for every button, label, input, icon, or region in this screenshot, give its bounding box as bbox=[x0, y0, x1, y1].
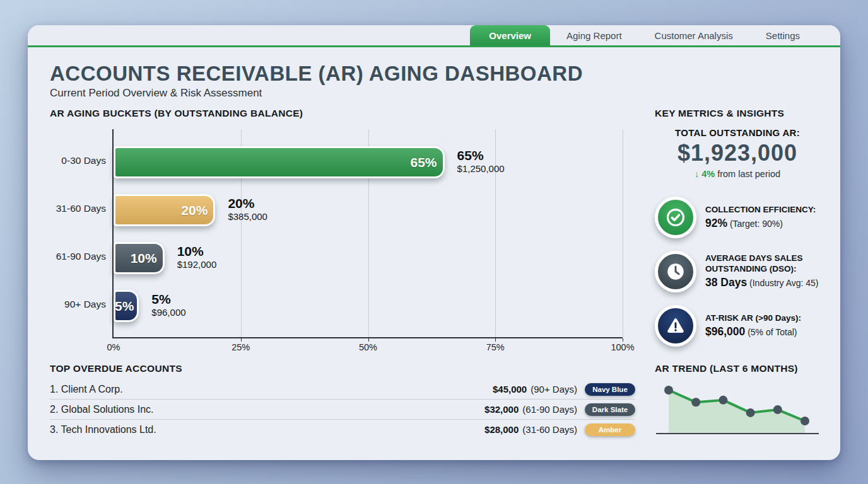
tab-customer-analysis[interactable]: Customer Analysis bbox=[638, 25, 749, 45]
overdue-table: 1. Client A Corp. $45,000 (90+ Days) Nav… bbox=[50, 379, 635, 439]
metric-note: (5% of Total) bbox=[748, 327, 797, 337]
overdue-row: 2. Global Solutions Inc. $32,000 (61-90 … bbox=[50, 400, 635, 420]
tab-settings[interactable]: Settings bbox=[749, 25, 816, 45]
trend-chart bbox=[656, 380, 820, 446]
bar-inner-pct-label: 65% bbox=[411, 155, 443, 170]
dashboard-card: Overview Aging Report Customer Analysis … bbox=[28, 25, 840, 460]
metric-note: (Target: 90%) bbox=[730, 219, 783, 229]
tick-100 bbox=[623, 338, 623, 342]
tab-bar: Overview Aging Report Customer Analysis … bbox=[28, 25, 840, 47]
aging-bar-chart: 0-30 Days 65% 65% $1,250,000 31-60 Days … bbox=[112, 129, 623, 338]
bar-category-label: 0-30 Days bbox=[28, 155, 106, 166]
down-arrow-icon: ↓ bbox=[695, 169, 699, 179]
bar-callout: 5% $96,000 bbox=[151, 292, 185, 318]
tick-75 bbox=[495, 338, 496, 342]
overdue-row: 1. Client A Corp. $45,000 (90+ Days) Nav… bbox=[50, 379, 635, 400]
account-amount: $28,000 bbox=[484, 424, 519, 435]
bar-inner-pct-label: 20% bbox=[181, 203, 213, 218]
metric-label: AVERAGE DAYS SALES OUTSTANDING (DSO): bbox=[705, 253, 831, 275]
callout-amount: $1,250,000 bbox=[457, 163, 505, 174]
callout-amount: $385,000 bbox=[228, 211, 267, 222]
x-tick-label: 50% bbox=[359, 342, 377, 352]
bar-callout: 20% $385,000 bbox=[228, 196, 267, 222]
metric-value: 38 Days bbox=[705, 276, 747, 289]
account-name: 2. Global Solutions Inc. bbox=[50, 404, 484, 415]
overdue-section-title: TOP OVERDUE ACCOUNTS bbox=[50, 363, 182, 374]
tab-overview[interactable]: Overview bbox=[470, 25, 550, 45]
x-tick-label: 100% bbox=[611, 342, 634, 352]
bar-callout: 65% $1,250,000 bbox=[457, 148, 505, 174]
callout-pct: 10% bbox=[177, 244, 217, 259]
tab-aging-report[interactable]: Aging Report bbox=[550, 25, 638, 45]
callout-amount: $96,000 bbox=[151, 307, 185, 318]
tick-25 bbox=[241, 338, 242, 342]
change-percent: 4% bbox=[701, 169, 715, 179]
callout-pct: 5% bbox=[151, 292, 185, 307]
metric-label: AT-RISK AR (>90 Days): bbox=[705, 313, 801, 324]
bar-row-90-plus: 90+ Days 5% 5% $96,000 bbox=[114, 290, 623, 322]
bar-category-label: 31-60 Days bbox=[28, 203, 106, 214]
bar-category-label: 61-90 Days bbox=[28, 251, 106, 262]
status-badge: Navy Blue bbox=[585, 383, 635, 396]
metric-value: 92% bbox=[705, 217, 727, 229]
bar-31-60-days: 20% bbox=[114, 194, 215, 226]
x-tick-label: 75% bbox=[486, 342, 505, 352]
bar-0-30-days: 65% bbox=[114, 146, 445, 178]
status-badge: Dark Slate bbox=[585, 403, 635, 416]
metric-at-risk: AT-RISK AR (>90 Days): $96,000 (5% of To… bbox=[655, 302, 838, 349]
metric-value: $96,000 bbox=[705, 325, 745, 338]
bar-category-label: 90+ Days bbox=[28, 299, 106, 310]
x-tick-label: 0% bbox=[107, 342, 120, 352]
warning-triangle-icon bbox=[655, 305, 696, 347]
callout-pct: 65% bbox=[457, 148, 505, 163]
callout-pct: 20% bbox=[228, 196, 267, 211]
account-name: 1. Client A Corp. bbox=[50, 384, 493, 395]
tick-50 bbox=[368, 338, 369, 342]
page-subtitle: Current Period Overview & Risk Assessmen… bbox=[50, 87, 262, 100]
trend-section-title: AR TREND (LAST 6 MONTHS) bbox=[655, 363, 798, 374]
account-period: (90+ Days) bbox=[531, 384, 577, 395]
aging-chart-title: AR AGING BUCKETS (BY OUTSTANDING BALANCE… bbox=[50, 108, 303, 119]
overdue-row: 3. Tech Innovations Ltd. $28,000 (31-60 … bbox=[50, 420, 635, 439]
metric-dso: AVERAGE DAYS SALES OUTSTANDING (DSO): 38… bbox=[655, 247, 838, 296]
account-period: (61-90 Days) bbox=[522, 404, 577, 415]
account-period: (31-60 Days) bbox=[522, 424, 577, 435]
total-value: $1,923,000 bbox=[655, 140, 820, 166]
change-text: from last period bbox=[717, 169, 780, 179]
metric-collection-efficiency: COLLECTION EFFICIENCY: 92% (Target: 90%) bbox=[655, 194, 838, 241]
bar-inner-pct-label: 5% bbox=[115, 299, 137, 314]
account-amount: $45,000 bbox=[493, 384, 527, 395]
total-label: TOTAL OUTSTANDING AR: bbox=[655, 127, 820, 138]
account-amount: $32,000 bbox=[484, 404, 519, 415]
total-change: ↓ 4% from last period bbox=[655, 169, 820, 179]
total-outstanding-block: TOTAL OUTSTANDING AR: $1,923,000 ↓ 4% fr… bbox=[655, 127, 820, 179]
bar-row-61-90: 61-90 Days 10% 10% $192,000 bbox=[114, 242, 623, 274]
bar-61-90-days: 10% bbox=[114, 242, 165, 274]
metric-label: COLLECTION EFFICIENCY: bbox=[705, 205, 816, 216]
gridline-100 bbox=[623, 129, 623, 337]
callout-amount: $192,000 bbox=[177, 259, 217, 270]
x-tick-label: 25% bbox=[232, 342, 250, 352]
bar-row-31-60: 31-60 Days 20% 20% $385,000 bbox=[114, 194, 623, 226]
account-name: 3. Tech Innovations Ltd. bbox=[50, 424, 484, 435]
bar-row-0-30: 0-30 Days 65% 65% $1,250,000 bbox=[114, 146, 623, 178]
page-title: ACCOUNTS RECEIVABLE (AR) AGING DASHBOARD bbox=[50, 62, 583, 86]
bar-callout: 10% $192,000 bbox=[177, 244, 217, 270]
bar-90-plus-days: 5% bbox=[114, 290, 139, 322]
status-badge: Amber bbox=[585, 424, 635, 436]
metrics-section-title: KEY METRICS & INSIGHTS bbox=[655, 108, 784, 119]
check-circle-icon bbox=[655, 197, 696, 238]
bar-inner-pct-label: 10% bbox=[131, 251, 163, 266]
clock-icon bbox=[655, 251, 696, 292]
metric-note: (Industry Avg: 45) bbox=[749, 278, 818, 288]
